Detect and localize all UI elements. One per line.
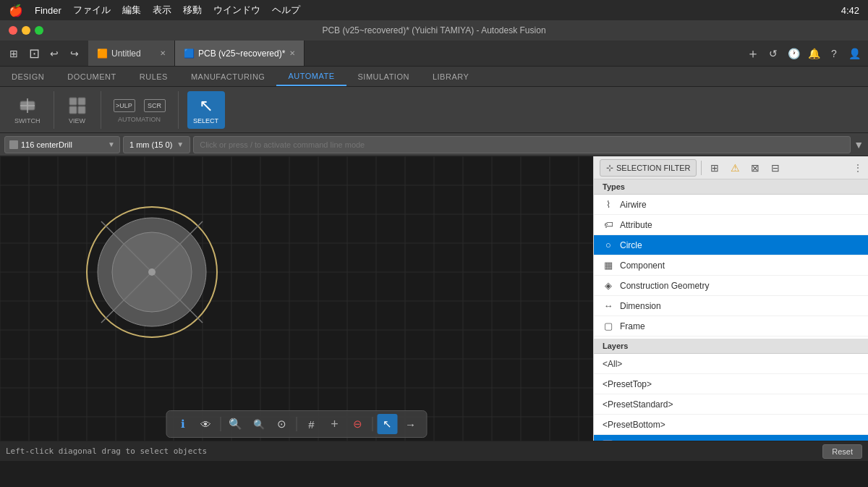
close-button[interactable] bbox=[9, 26, 17, 35]
layer-swatch-board-outline bbox=[603, 440, 613, 441]
redo-button[interactable]: ↪ bbox=[67, 46, 82, 62]
panel-toolbar: ⊹ SELECTION FILTER ⊞ ⚠ ⊠ ⊟ ⋮ bbox=[594, 156, 868, 179]
canvas-toolbar: ℹ 👁 🔍 🔍 ⊙ # + ⊖ ↖ → bbox=[166, 410, 427, 438]
ribbon-group-select: ↖ SELECT bbox=[183, 88, 229, 132]
canvas-area[interactable]: ℹ 👁 🔍 🔍 ⊙ # + ⊖ ↖ → bbox=[0, 156, 593, 441]
type-item-frame[interactable]: ▢ Frame bbox=[594, 316, 868, 336]
layer-item-preset-top[interactable]: <PresetTop> bbox=[594, 374, 868, 394]
zoom-out-button[interactable]: 🔍 bbox=[249, 414, 269, 434]
menu-file[interactable]: ファイル bbox=[73, 4, 111, 17]
panel-action-1[interactable]: ⊞ bbox=[706, 159, 723, 177]
help-button[interactable]: ? bbox=[826, 46, 842, 62]
history-button[interactable]: 🕐 bbox=[786, 46, 801, 62]
notifications-button[interactable]: 🔔 bbox=[806, 46, 822, 62]
refresh-button[interactable]: ↺ bbox=[765, 46, 781, 62]
type-item-circle[interactable]: ○ Circle bbox=[594, 235, 868, 255]
rtab-rules[interactable]: RULES bbox=[128, 67, 179, 86]
select-icon: ↖ bbox=[199, 96, 213, 116]
panel-more-button[interactable]: ⋮ bbox=[854, 163, 862, 173]
panel-action-3[interactable]: ⊠ bbox=[746, 159, 764, 177]
layer-item-preset-standard[interactable]: <PresetStandard> bbox=[594, 394, 868, 415]
layer-label-preset-bottom: <PresetBottom> bbox=[603, 420, 665, 430]
selection-filter-button[interactable]: ⊹ SELECTION FILTER bbox=[600, 159, 697, 177]
rtab-library[interactable]: LIBRARY bbox=[421, 67, 480, 86]
grid-value: 1 mm (15 0) bbox=[129, 140, 172, 149]
grid-button[interactable]: # bbox=[302, 414, 322, 434]
layer-item-preset-bottom[interactable]: <PresetBottom> bbox=[594, 415, 868, 435]
rtab-automate[interactable]: AUTOMATE bbox=[276, 67, 346, 86]
remove-button[interactable]: ⊖ bbox=[348, 414, 368, 434]
rtab-manufacturing[interactable]: MANUFACTURING bbox=[179, 67, 276, 86]
eye-button[interactable]: 👁 bbox=[196, 414, 216, 434]
scr-button[interactable]: SCR bbox=[140, 97, 169, 114]
reset-button[interactable]: Reset bbox=[822, 444, 862, 459]
statusbar: Left-click diagonal drag to select objec… bbox=[0, 441, 868, 461]
types-section: Types ⌇ Airwire 🏷 Attribute ○ Circle bbox=[594, 179, 868, 339]
component-icon: ▦ bbox=[603, 260, 614, 271]
layer-item-board-outline[interactable]: 20 BoardOutline bbox=[594, 435, 868, 441]
cmd-dropdown-icon[interactable]: ▼ bbox=[854, 139, 864, 151]
automation-label: AUTOMATION bbox=[118, 116, 161, 123]
pcb-svg bbox=[80, 200, 224, 344]
select-mode-button[interactable]: ↖ bbox=[378, 414, 398, 434]
panel-action-2[interactable]: ⚠ bbox=[726, 159, 744, 177]
ribbon-sep-1 bbox=[54, 91, 54, 129]
menu-view[interactable]: 表示 bbox=[153, 4, 171, 17]
filter-icon: ⊹ bbox=[606, 163, 613, 173]
type-label-dimension: Dimension bbox=[620, 301, 661, 311]
rtab-design[interactable]: DESIGN bbox=[0, 67, 56, 86]
add-button[interactable]: + bbox=[325, 414, 345, 434]
menu-window[interactable]: ウインドウ bbox=[213, 4, 260, 17]
automation-buttons: >ULP SCR bbox=[110, 97, 169, 114]
type-label-frame: Frame bbox=[620, 321, 645, 331]
types-list: ⌇ Airwire 🏷 Attribute ○ Circle ▦ Compone… bbox=[594, 195, 868, 339]
type-item-attribute[interactable]: 🏷 Attribute bbox=[594, 215, 868, 235]
layer-name: 116 centerDrill bbox=[21, 140, 72, 149]
rtab-document[interactable]: DOCUMENT bbox=[56, 67, 128, 86]
ribbon-group-switch: SWITCH bbox=[6, 90, 49, 130]
zoom-fit-button[interactable]: ⊙ bbox=[272, 414, 292, 434]
type-item-dimension[interactable]: ↔ Dimension bbox=[594, 296, 868, 316]
switch-button[interactable]: SWITCH bbox=[10, 93, 45, 127]
attribute-icon: 🏷 bbox=[603, 219, 614, 230]
menu-help[interactable]: ヘルプ bbox=[272, 4, 300, 17]
type-item-component[interactable]: ▦ Component bbox=[594, 255, 868, 276]
profile-button[interactable]: 👤 bbox=[846, 46, 862, 62]
tab-pcb[interactable]: 🟦 PCB (v25~recovered)* ✕ bbox=[175, 41, 305, 66]
svg-rect-1 bbox=[69, 98, 77, 105]
layer-selector[interactable]: 116 centerDrill ▼ bbox=[4, 136, 120, 153]
tab-close-pcb[interactable]: ✕ bbox=[289, 49, 295, 57]
zoom-in-button[interactable]: 🔍 bbox=[226, 414, 246, 434]
add-tab-button[interactable]: ＋ bbox=[745, 46, 761, 62]
pan-button[interactable]: → bbox=[401, 414, 421, 434]
svg-rect-3 bbox=[69, 106, 77, 114]
tab-close-untitled[interactable]: ✕ bbox=[160, 49, 166, 57]
undo-button[interactable]: ↩ bbox=[46, 46, 62, 62]
apple-menu[interactable]: 🍎 bbox=[9, 4, 23, 17]
minimize-button[interactable] bbox=[22, 26, 30, 35]
menu-move[interactable]: 移動 bbox=[183, 4, 202, 17]
apps-button[interactable]: ⊞ bbox=[6, 46, 22, 62]
switch-icon bbox=[17, 96, 38, 116]
grid-selector[interactable]: 1 mm (15 0) ▼ bbox=[123, 136, 190, 153]
type-item-construction-geometry[interactable]: ◈ Construction Geometry bbox=[594, 276, 868, 296]
ulp-button[interactable]: >ULP bbox=[110, 97, 139, 114]
menu-edit[interactable]: 編集 bbox=[122, 4, 141, 17]
select-button[interactable]: ↖ SELECT bbox=[187, 91, 225, 129]
rtab-simulation[interactable]: SIMULATION bbox=[346, 67, 421, 86]
menu-finder[interactable]: Finder bbox=[35, 5, 61, 16]
layer-item-all[interactable]: <All> bbox=[594, 354, 868, 374]
titlebar: PCB (v25~recovered)* (Yuichi TAMIYA) - A… bbox=[0, 20, 868, 41]
command-input[interactable] bbox=[193, 136, 851, 153]
maximize-button[interactable] bbox=[35, 26, 43, 35]
info-button[interactable]: ℹ bbox=[173, 414, 193, 434]
type-item-airwire[interactable]: ⌇ Airwire bbox=[594, 195, 868, 215]
right-panel: ⊹ SELECTION FILTER ⊞ ⚠ ⊠ ⊟ ⋮ Types ⌇ Air… bbox=[593, 156, 868, 441]
ct-sep-1 bbox=[221, 417, 221, 431]
new-tab-button[interactable]: ⊡ bbox=[26, 46, 42, 62]
panel-action-4[interactable]: ⊟ bbox=[767, 159, 784, 177]
view-button[interactable]: VIEW bbox=[63, 93, 92, 127]
layers-label: Layers bbox=[594, 339, 868, 354]
tab-untitled[interactable]: 🟧 Untitled ✕ bbox=[88, 41, 175, 66]
ribbon-group-automation: >ULP SCR AUTOMATION bbox=[106, 94, 174, 126]
